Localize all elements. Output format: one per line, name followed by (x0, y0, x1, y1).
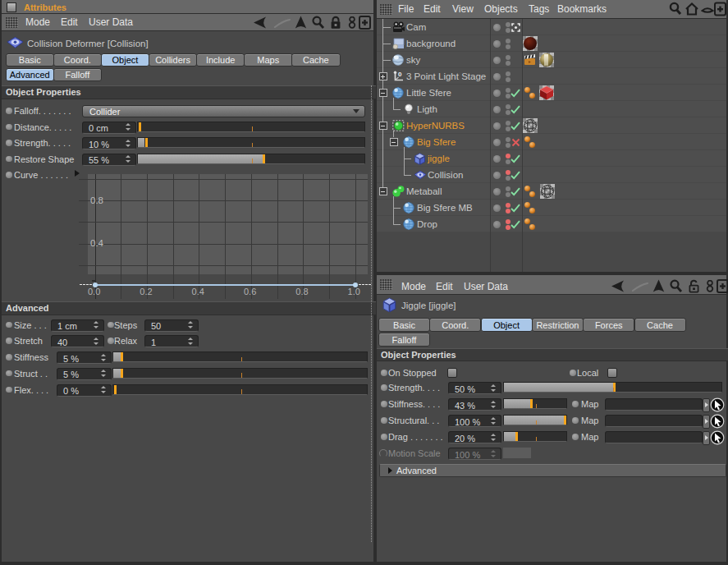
svg-text:0: 0 (398, 71, 402, 78)
